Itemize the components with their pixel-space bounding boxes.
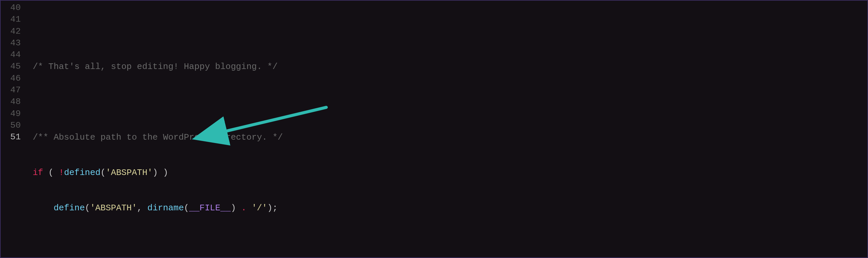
line-number: 49 (1, 108, 27, 120)
comment-text: /** Absolute path to the WordPress direc… (33, 132, 283, 142)
line-number: 44 (1, 49, 27, 61)
operator-concat: . (241, 203, 246, 213)
line-number: 42 (1, 26, 27, 37)
code-editor[interactable]: 40 41 42 43 44 45 46 47 48 49 50 51 /* T… (1, 1, 867, 257)
code-line[interactable]: if ( !defined('ABSPATH') ) (27, 167, 867, 179)
code-line[interactable]: define('ABSPATH', dirname(__FILE__) . '/… (27, 202, 867, 214)
magic-constant-file: __FILE__ (189, 203, 231, 213)
code-line[interactable]: /* That's all, stop editing! Happy blogg… (27, 61, 867, 73)
string-literal: 'ABSPATH' (90, 203, 137, 213)
string-literal: '/' (251, 203, 267, 213)
code-line[interactable] (27, 26, 867, 37)
line-number-current: 51 (1, 131, 27, 143)
line-number-gutter: 40 41 42 43 44 45 46 47 48 49 50 51 (1, 1, 27, 257)
function-defined: defined (64, 168, 100, 178)
line-number: 47 (1, 84, 27, 96)
keyword-if: if (33, 168, 43, 178)
line-number: 50 (1, 120, 27, 131)
line-number: 45 (1, 61, 27, 72)
function-define: define (54, 203, 85, 213)
code-area[interactable]: /* That's all, stop editing! Happy blogg… (27, 1, 867, 257)
line-number: 41 (1, 14, 27, 25)
line-number: 43 (1, 37, 27, 49)
string-literal: 'ABSPATH' (105, 168, 152, 178)
function-dirname: dirname (147, 203, 184, 213)
code-line[interactable]: /** Absolute path to the WordPress direc… (27, 132, 867, 143)
line-number: 46 (1, 73, 27, 84)
line-number: 40 (1, 2, 27, 14)
comment-text: /* That's all, stop editing! Happy blogg… (33, 62, 278, 72)
code-line[interactable] (27, 238, 867, 249)
operator-not: ! (59, 168, 64, 178)
code-line[interactable] (27, 96, 867, 108)
line-number: 48 (1, 96, 27, 108)
